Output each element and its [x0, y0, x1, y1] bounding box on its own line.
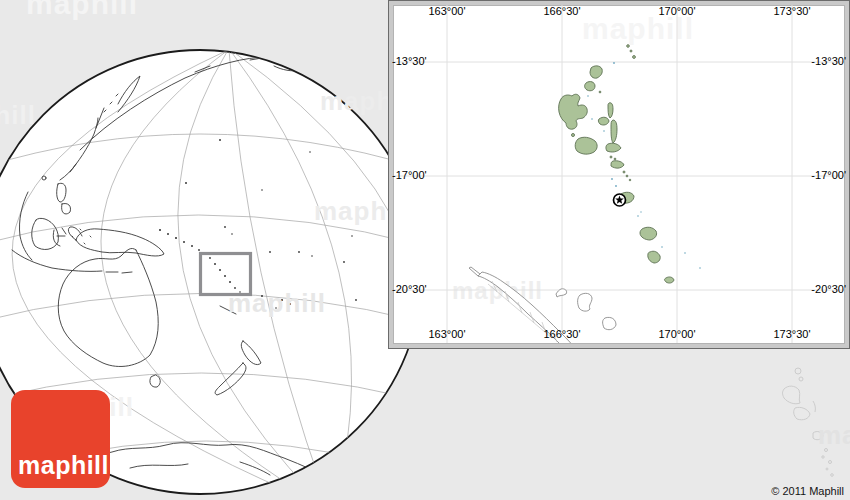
maphill-watermark: maphill — [818, 420, 850, 451]
lon-label-top: 163°00' — [402, 6, 492, 17]
lat-label-left: -17°00' — [392, 170, 444, 181]
lon-label-top: 170°00' — [632, 6, 722, 17]
copyright-text: © 2011 Maphill — [771, 485, 844, 497]
maphill-watermark: maphill — [228, 288, 326, 319]
maphill-watermark: maphill — [582, 12, 694, 46]
lon-label-top: 173°30' — [747, 6, 837, 17]
maphill-watermark: maphill — [0, 100, 36, 131]
maphill-logo-text: maphill — [18, 451, 109, 480]
lon-label-bottom: 173°30' — [747, 329, 837, 340]
lat-label-left: -20°30' — [392, 284, 444, 295]
lat-label-right: -17°00' — [794, 170, 846, 181]
maphill-watermark: maphill — [452, 277, 543, 305]
lon-label-bottom: 166°30' — [517, 329, 607, 340]
lon-label-top: 166°30' — [517, 6, 607, 17]
maphill-watermark: maphill — [26, 0, 138, 21]
lat-label-left: -13°30' — [392, 56, 444, 67]
lon-label-bottom: 163°00' — [402, 329, 492, 340]
lat-label-right: -20°30' — [794, 284, 846, 295]
maphill-logo[interactable]: maphill — [11, 390, 110, 488]
lon-label-bottom: 170°00' — [632, 329, 722, 340]
lat-label-right: -13°30' — [794, 56, 846, 67]
blank-location-map-vanuatu: maphill maphill maphill maphill maphill … — [0, 0, 850, 500]
